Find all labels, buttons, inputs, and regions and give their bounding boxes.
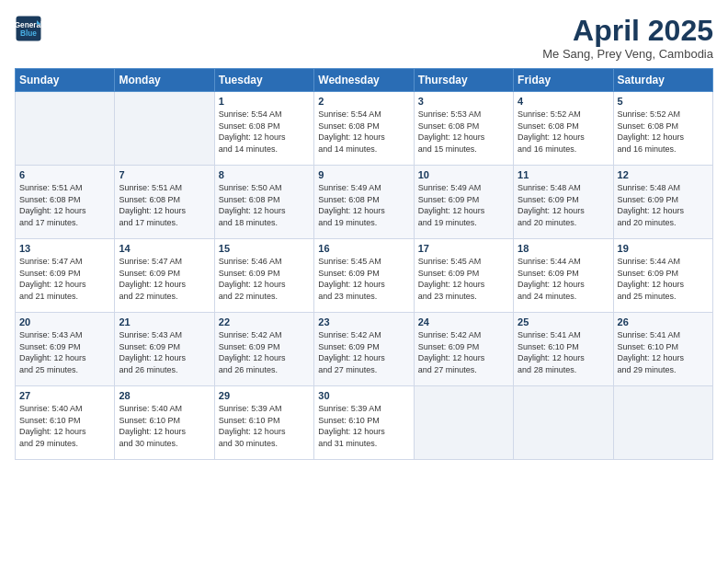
- day-detail: Sunrise: 5:50 AM Sunset: 6:08 PM Dayligh…: [219, 182, 310, 228]
- calendar-body: 1Sunrise: 5:54 AM Sunset: 6:08 PM Daylig…: [16, 92, 713, 460]
- day-detail: Sunrise: 5:39 AM Sunset: 6:10 PM Dayligh…: [318, 403, 409, 449]
- day-number: 26: [618, 316, 709, 327]
- day-cell: 8Sunrise: 5:50 AM Sunset: 6:08 PM Daylig…: [214, 166, 313, 239]
- day-number: 22: [219, 316, 310, 327]
- day-cell: 20Sunrise: 5:43 AM Sunset: 6:09 PM Dayli…: [16, 313, 115, 386]
- day-cell: 7Sunrise: 5:51 AM Sunset: 6:08 PM Daylig…: [115, 166, 214, 239]
- week-row-5: 27Sunrise: 5:40 AM Sunset: 6:10 PM Dayli…: [16, 386, 713, 460]
- day-number: 6: [19, 169, 110, 180]
- day-detail: Sunrise: 5:52 AM Sunset: 6:08 PM Dayligh…: [618, 109, 709, 155]
- day-cell: 16Sunrise: 5:45 AM Sunset: 6:09 PM Dayli…: [314, 239, 414, 313]
- day-number: 9: [318, 169, 409, 180]
- day-number: 16: [318, 243, 409, 254]
- day-number: 17: [418, 243, 509, 254]
- day-detail: Sunrise: 5:53 AM Sunset: 6:08 PM Dayligh…: [418, 109, 509, 155]
- svg-text:Blue: Blue: [20, 29, 37, 38]
- day-cell: [613, 386, 712, 460]
- day-detail: Sunrise: 5:45 AM Sunset: 6:09 PM Dayligh…: [418, 256, 509, 302]
- day-detail: Sunrise: 5:43 AM Sunset: 6:09 PM Dayligh…: [119, 329, 210, 375]
- col-tuesday: Tuesday: [214, 69, 313, 92]
- day-detail: Sunrise: 5:48 AM Sunset: 6:09 PM Dayligh…: [518, 182, 609, 228]
- header: General Blue April 2025 Me Sang, Prey Ve…: [15, 15, 713, 61]
- day-number: 28: [119, 390, 210, 401]
- day-number: 14: [119, 243, 210, 254]
- week-row-4: 20Sunrise: 5:43 AM Sunset: 6:09 PM Dayli…: [16, 313, 713, 386]
- day-number: 29: [219, 390, 310, 401]
- col-monday: Monday: [115, 69, 214, 92]
- day-detail: Sunrise: 5:39 AM Sunset: 6:10 PM Dayligh…: [219, 403, 310, 449]
- day-number: 30: [318, 390, 409, 401]
- title-block: April 2025 Me Sang, Prey Veng, Cambodia: [542, 15, 713, 61]
- day-detail: Sunrise: 5:42 AM Sunset: 6:09 PM Dayligh…: [318, 329, 409, 375]
- day-detail: Sunrise: 5:44 AM Sunset: 6:09 PM Dayligh…: [618, 256, 709, 302]
- day-cell: 2Sunrise: 5:54 AM Sunset: 6:08 PM Daylig…: [314, 92, 414, 166]
- day-cell: 6Sunrise: 5:51 AM Sunset: 6:08 PM Daylig…: [16, 166, 115, 239]
- day-cell: [514, 386, 613, 460]
- month-title: April 2025: [542, 15, 713, 47]
- day-detail: Sunrise: 5:48 AM Sunset: 6:09 PM Dayligh…: [618, 182, 709, 228]
- day-cell: 17Sunrise: 5:45 AM Sunset: 6:09 PM Dayli…: [414, 239, 513, 313]
- day-cell: 21Sunrise: 5:43 AM Sunset: 6:09 PM Dayli…: [115, 313, 214, 386]
- day-cell: [16, 92, 115, 166]
- day-cell: 26Sunrise: 5:41 AM Sunset: 6:10 PM Dayli…: [613, 313, 712, 386]
- day-detail: Sunrise: 5:49 AM Sunset: 6:09 PM Dayligh…: [418, 182, 509, 228]
- day-cell: 24Sunrise: 5:42 AM Sunset: 6:09 PM Dayli…: [414, 313, 513, 386]
- day-cell: [414, 386, 513, 460]
- col-thursday: Thursday: [414, 69, 513, 92]
- day-detail: Sunrise: 5:54 AM Sunset: 6:08 PM Dayligh…: [318, 109, 409, 155]
- day-number: 27: [19, 390, 110, 401]
- day-number: 12: [618, 169, 709, 180]
- day-cell: 11Sunrise: 5:48 AM Sunset: 6:09 PM Dayli…: [514, 166, 613, 239]
- day-cell: 29Sunrise: 5:39 AM Sunset: 6:10 PM Dayli…: [214, 386, 313, 460]
- col-saturday: Saturday: [613, 69, 712, 92]
- day-detail: Sunrise: 5:41 AM Sunset: 6:10 PM Dayligh…: [618, 329, 709, 375]
- day-number: 4: [518, 96, 609, 107]
- day-detail: Sunrise: 5:51 AM Sunset: 6:08 PM Dayligh…: [19, 182, 110, 228]
- day-cell: 12Sunrise: 5:48 AM Sunset: 6:09 PM Dayli…: [613, 166, 712, 239]
- day-number: 24: [418, 316, 509, 327]
- day-cell: 9Sunrise: 5:49 AM Sunset: 6:08 PM Daylig…: [314, 166, 414, 239]
- day-detail: Sunrise: 5:40 AM Sunset: 6:10 PM Dayligh…: [19, 403, 110, 449]
- day-cell: 3Sunrise: 5:53 AM Sunset: 6:08 PM Daylig…: [414, 92, 513, 166]
- day-number: 8: [219, 169, 310, 180]
- calendar-page: General Blue April 2025 Me Sang, Prey Ve…: [0, 0, 728, 563]
- day-detail: Sunrise: 5:47 AM Sunset: 6:09 PM Dayligh…: [19, 256, 110, 302]
- day-number: 2: [318, 96, 409, 107]
- week-row-1: 1Sunrise: 5:54 AM Sunset: 6:08 PM Daylig…: [16, 92, 713, 166]
- col-sunday: Sunday: [16, 69, 115, 92]
- subtitle: Me Sang, Prey Veng, Cambodia: [542, 47, 713, 61]
- day-detail: Sunrise: 5:44 AM Sunset: 6:09 PM Dayligh…: [518, 256, 609, 302]
- day-cell: 13Sunrise: 5:47 AM Sunset: 6:09 PM Dayli…: [16, 239, 115, 313]
- day-cell: 4Sunrise: 5:52 AM Sunset: 6:08 PM Daylig…: [514, 92, 613, 166]
- day-number: 13: [19, 243, 110, 254]
- day-number: 21: [119, 316, 210, 327]
- day-cell: 15Sunrise: 5:46 AM Sunset: 6:09 PM Dayli…: [214, 239, 313, 313]
- day-detail: Sunrise: 5:49 AM Sunset: 6:08 PM Dayligh…: [318, 182, 409, 228]
- day-number: 15: [219, 243, 310, 254]
- day-cell: [115, 92, 214, 166]
- day-cell: 14Sunrise: 5:47 AM Sunset: 6:09 PM Dayli…: [115, 239, 214, 313]
- day-number: 19: [618, 243, 709, 254]
- calendar-header: Sunday Monday Tuesday Wednesday Thursday…: [16, 69, 713, 92]
- day-number: 18: [518, 243, 609, 254]
- calendar-table: Sunday Monday Tuesday Wednesday Thursday…: [15, 68, 713, 460]
- day-detail: Sunrise: 5:45 AM Sunset: 6:09 PM Dayligh…: [318, 256, 409, 302]
- day-detail: Sunrise: 5:54 AM Sunset: 6:08 PM Dayligh…: [219, 109, 310, 155]
- day-number: 7: [119, 169, 210, 180]
- day-cell: 18Sunrise: 5:44 AM Sunset: 6:09 PM Dayli…: [514, 239, 613, 313]
- day-cell: 30Sunrise: 5:39 AM Sunset: 6:10 PM Dayli…: [314, 386, 414, 460]
- day-number: 1: [219, 96, 310, 107]
- day-detail: Sunrise: 5:41 AM Sunset: 6:10 PM Dayligh…: [518, 329, 609, 375]
- day-detail: Sunrise: 5:43 AM Sunset: 6:09 PM Dayligh…: [19, 329, 110, 375]
- day-detail: Sunrise: 5:40 AM Sunset: 6:10 PM Dayligh…: [119, 403, 210, 449]
- day-cell: 5Sunrise: 5:52 AM Sunset: 6:08 PM Daylig…: [613, 92, 712, 166]
- day-detail: Sunrise: 5:52 AM Sunset: 6:08 PM Dayligh…: [518, 109, 609, 155]
- day-number: 23: [318, 316, 409, 327]
- day-detail: Sunrise: 5:42 AM Sunset: 6:09 PM Dayligh…: [219, 329, 310, 375]
- day-number: 11: [518, 169, 609, 180]
- day-detail: Sunrise: 5:51 AM Sunset: 6:08 PM Dayligh…: [119, 182, 210, 228]
- day-detail: Sunrise: 5:47 AM Sunset: 6:09 PM Dayligh…: [119, 256, 210, 302]
- day-number: 20: [19, 316, 110, 327]
- day-cell: 22Sunrise: 5:42 AM Sunset: 6:09 PM Dayli…: [214, 313, 313, 386]
- day-number: 5: [618, 96, 709, 107]
